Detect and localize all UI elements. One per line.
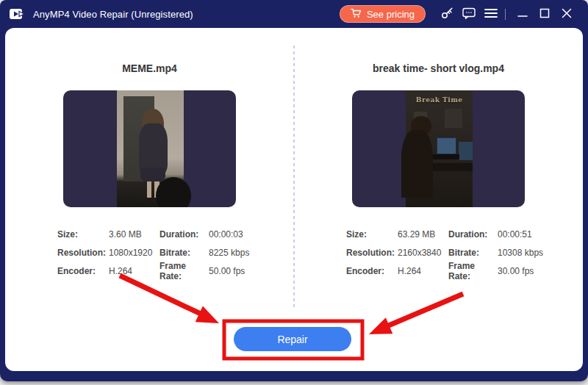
meta-label: Bitrate:: [159, 248, 209, 258]
meta-value: 30.00 fps: [498, 266, 543, 276]
meta-value: 00:00:03: [209, 229, 249, 240]
maximize-button[interactable]: [534, 4, 556, 24]
meta-value: 2160x3840: [398, 248, 448, 258]
key-icon: [440, 6, 454, 22]
meta-label: Duration:: [448, 229, 498, 240]
repair-button[interactable]: Repair: [234, 327, 351, 351]
meta-value: 1080x1920: [109, 248, 159, 258]
video-panel-right: break time- short vlog.mp4 Break Time Si…: [294, 28, 583, 371]
see-pricing-label: See pricing: [367, 9, 415, 20]
app-logo-icon: [9, 7, 26, 21]
video-title: MEME.mp4: [5, 62, 294, 74]
meta-label: Duration:: [159, 229, 209, 240]
video-thumbnail: [63, 90, 236, 207]
meta-value: 3.60 MB: [109, 229, 159, 240]
video-metadata: Size: 3.60 MB Duration: 00:00:03 Resolut…: [57, 225, 249, 280]
titlebar[interactable]: AnyMP4 Video Repair (Unregistered) See p…: [0, 0, 588, 28]
meta-label: Resolution:: [346, 248, 398, 258]
meta-value: H.264: [398, 266, 448, 276]
feedback-button[interactable]: [458, 4, 480, 24]
hamburger-menu-icon: [484, 8, 498, 21]
see-pricing-button[interactable]: See pricing: [340, 5, 426, 23]
meta-value: 50.00 fps: [209, 266, 249, 276]
video-title: break time- short vlog.mp4: [294, 62, 583, 74]
close-icon: [562, 8, 572, 21]
message-bubble-icon: [462, 7, 476, 22]
close-button[interactable]: [556, 4, 578, 24]
minimize-button[interactable]: [512, 4, 534, 24]
app-window: AnyMP4 Video Repair (Unregistered) See p…: [0, 0, 588, 381]
meta-label: Encoder:: [57, 266, 109, 276]
video-frame-art: [117, 90, 184, 207]
meta-value: 63.29 MB: [398, 229, 448, 240]
menu-button[interactable]: [480, 4, 502, 24]
meta-label: Frame Rate:: [448, 261, 498, 281]
meta-value: 00:00:51: [498, 229, 543, 240]
video-frame-art: Break Time: [406, 90, 473, 207]
video-thumbnail: Break Time: [352, 90, 525, 207]
video-panel-left: MEME.mp4 Size: 3.60 MB Duration: 00:00:0…: [5, 28, 294, 371]
meta-label: Encoder:: [346, 266, 398, 276]
meta-value: 8225 kbps: [209, 248, 249, 258]
minimize-icon: [517, 9, 528, 20]
meta-label: Frame Rate:: [159, 261, 209, 281]
main-content: MEME.mp4 Size: 3.60 MB Duration: 00:00:0…: [5, 28, 583, 371]
meta-value: 10308 kbps: [498, 248, 543, 258]
meta-label: Resolution:: [57, 248, 109, 258]
meta-value: H.264: [109, 266, 159, 276]
video-overlay-title: Break Time: [406, 96, 473, 104]
titlebar-divider: [505, 9, 506, 20]
register-button[interactable]: [436, 4, 458, 24]
window-title: AnyMP4 Video Repair (Unregistered): [33, 9, 193, 20]
video-metadata: Size: 63.29 MB Duration: 00:00:51 Resolu…: [346, 225, 543, 280]
shopping-cart-icon: [351, 8, 362, 21]
meta-label: Size:: [57, 229, 109, 240]
maximize-icon: [539, 8, 550, 21]
meta-label: Size:: [346, 229, 398, 240]
meta-label: Bitrate:: [448, 248, 498, 258]
